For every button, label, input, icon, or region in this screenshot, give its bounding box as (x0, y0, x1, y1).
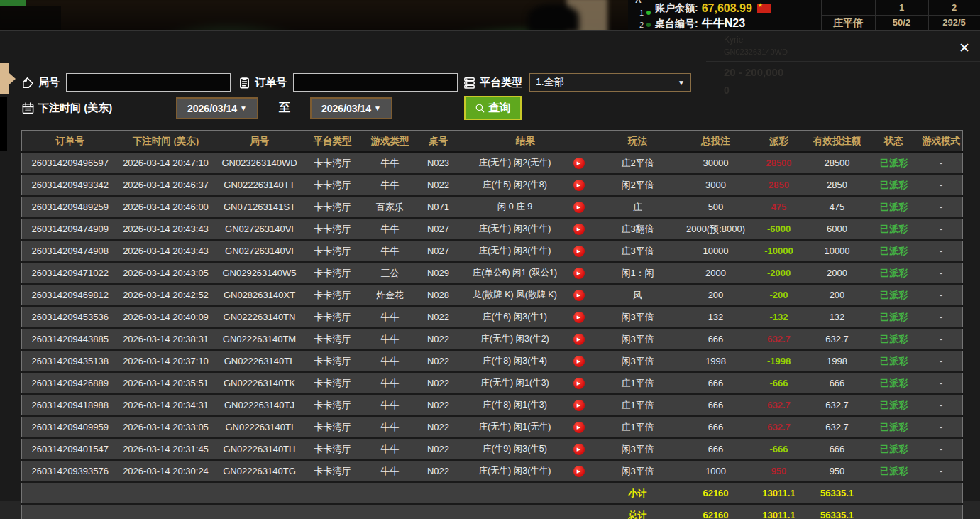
play-video-icon[interactable]: ▶ (573, 356, 585, 367)
date-to-value: 2026/03/14 (321, 103, 371, 114)
cell-order-id: 260314209426889 (22, 372, 119, 394)
platform-select[interactable]: 1.全部 ▼ (529, 73, 691, 92)
cell-valid-bet: 475 (807, 196, 868, 218)
date-from-picker[interactable]: 2026/03/14 ▼ (176, 97, 258, 119)
bet-history-table: 订单号 下注时间 (美东) 局号 平台类型 游戏类型 桌号 结果 玩法 总投注 … (21, 130, 963, 519)
cell-game-mode: - (920, 416, 963, 438)
cell-payout: 632.7 (751, 328, 807, 350)
empty-cell (22, 504, 595, 519)
play-video-icon[interactable]: ▶ (573, 180, 585, 191)
col-header-order-id: 订单号 (22, 131, 119, 153)
cell-round-id: GN028263140XT (214, 284, 306, 306)
cell-payout: -10000 (751, 240, 807, 262)
total-valid-bet: 56335.1 (807, 504, 868, 519)
cell-total-bet: 666 (681, 416, 751, 438)
cell-bet-time: 2026-03-14 20:35:51 (119, 372, 214, 394)
table-header-row: 订单号 下注时间 (美东) 局号 平台类型 游戏类型 桌号 结果 玩法 总投注 … (22, 131, 963, 153)
play-video-icon[interactable]: ▶ (573, 224, 585, 235)
close-icon[interactable]: ✕ (955, 39, 974, 58)
cell-platform: 卡卡湾厅 (306, 218, 360, 240)
play-video-icon[interactable]: ▶ (573, 268, 585, 279)
cell-bet-time: 2026-03-14 20:43:43 (119, 218, 214, 240)
round-input[interactable] (66, 73, 231, 92)
cell-round-id: GN027263140VI (214, 218, 306, 240)
tag-icon (21, 76, 35, 89)
bet-time-filter-label: 下注时间 (美东) (38, 102, 112, 115)
cell-result: 庄(牛8) 闲3(牛4) ▶ (456, 350, 595, 372)
side-drawer-handle[interactable] (0, 63, 9, 94)
cell-order-id: 260314209453536 (22, 306, 119, 328)
dealer-silhouette (528, 4, 579, 30)
cell-game-type: 牛牛 (360, 218, 421, 240)
play-video-icon[interactable]: ▶ (573, 466, 585, 477)
cell-game-mode: - (920, 394, 963, 416)
cell-order-id: 260314209443885 (22, 328, 119, 350)
cell-result: 龙(散牌 K) 凤(散牌 K) ▶ (456, 284, 595, 306)
cell-game-type: 牛牛 (360, 240, 421, 262)
play-video-icon[interactable]: ▶ (573, 334, 585, 345)
cell-bet-time: 2026-03-14 20:42:52 (119, 284, 214, 306)
empty-cell (22, 482, 595, 504)
play-video-icon[interactable]: ▶ (573, 290, 585, 301)
cell-order-id: 260314209401547 (22, 438, 119, 460)
cell-round-id: GN022263140TM (214, 328, 306, 350)
cell-play-type: 庄1平倍 (595, 372, 681, 394)
cell-total-bet: 132 (681, 306, 751, 328)
cell-order-id: 260314209474908 (22, 240, 119, 262)
cell-platform: 卡卡湾厅 (306, 438, 360, 460)
play-video-icon[interactable]: ▶ (573, 422, 585, 433)
cell-total-bet: 10000 (681, 240, 751, 262)
cell-play-type: 庄3平倍 (595, 240, 681, 262)
cell-payout: 950 (751, 460, 807, 482)
cell-game-mode: - (920, 174, 963, 196)
cell-round-id: GN029263140W5 (214, 262, 306, 284)
collapse-chevron-icon[interactable]: ^ (635, 0, 642, 8)
chevron-down-icon: ▼ (240, 104, 247, 112)
play-video-icon[interactable]: ▶ (573, 246, 585, 257)
cell-payout: -666 (751, 372, 807, 394)
cell-play-type: 庄2平倍 (595, 152, 681, 174)
divider (821, 15, 980, 16)
cell-status: 已派彩 (868, 262, 920, 284)
cell-table-no: N027 (421, 240, 456, 262)
table-row: 260314209469812 2026-03-14 20:42:52 GN02… (22, 284, 963, 306)
play-video-icon[interactable]: ▶ (573, 378, 585, 389)
cell-total-bet: 1000 (681, 460, 751, 482)
order-input[interactable] (293, 73, 458, 92)
search-button[interactable]: 查询 (464, 96, 522, 120)
cell-order-id: 260314209409959 (22, 416, 119, 438)
cell-total-bet: 500 (681, 196, 751, 218)
cell-result: 庄(无牛) 闲3(牛牛) ▶ (456, 218, 595, 240)
bet-history-modal: Kyrie GN023263140WD 20 - 200,000 0 ✕ 局号 … (0, 30, 980, 519)
platform-selected-value: 1.全部 (536, 76, 678, 89)
date-to-picker[interactable]: 2026/03/14 ▼ (310, 97, 392, 119)
result-text: 庄(无牛) 闲3(牛牛) (457, 245, 573, 257)
video-shade (0, 6, 61, 30)
clipboard-icon (238, 76, 251, 89)
cell-play-type: 闲3平倍 (595, 350, 681, 372)
cell-payout: 2850 (751, 174, 807, 196)
cell-platform: 卡卡湾厅 (306, 328, 360, 350)
cell-status: 已派彩 (868, 350, 920, 372)
cell-payout: -200 (751, 284, 807, 306)
cell-total-bet: 30000 (681, 152, 751, 174)
result-text: 闲 0 庄 9 (457, 201, 573, 213)
cell-table-no: N022 (421, 394, 456, 416)
cell-result: 庄(无牛) 闲1(牛3) ▶ (456, 372, 595, 394)
empty-cell (920, 482, 963, 504)
cell-table-no: N022 (421, 174, 456, 196)
play-video-icon[interactable]: ▶ (573, 444, 585, 455)
total-row: 总计 62160 13011.1 56335.1 (22, 504, 963, 519)
play-video-icon[interactable]: ▶ (573, 158, 585, 169)
cell-platform: 卡卡湾厅 (306, 284, 360, 306)
play-video-icon[interactable]: ▶ (573, 202, 585, 213)
cell-platform: 卡卡湾厅 (306, 174, 360, 196)
play-video-icon[interactable]: ▶ (573, 400, 585, 411)
cell-bet-time: 2026-03-14 20:47:10 (119, 152, 214, 174)
cell-bet-time: 2026-03-14 20:46:37 (119, 174, 214, 196)
cell-table-no: N022 (421, 460, 456, 482)
col-header-total-bet: 总投注 (681, 131, 751, 153)
cell-game-type: 牛牛 (360, 306, 421, 328)
cell-bet-time: 2026-03-14 20:38:31 (119, 328, 214, 350)
play-video-icon[interactable]: ▶ (573, 312, 585, 323)
